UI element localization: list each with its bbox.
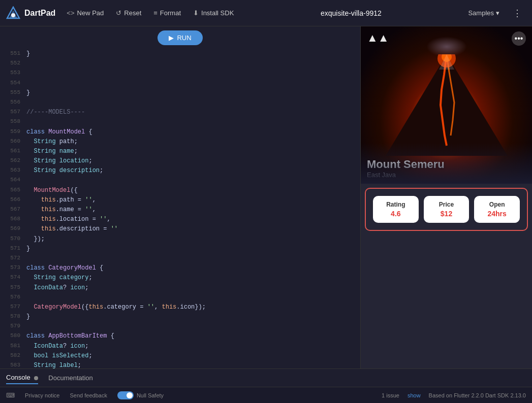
svg-point-2 — [11, 13, 15, 17]
code-line: 559class MountModel { — [4, 127, 360, 137]
line-number: 564 — [4, 176, 20, 185]
privacy-label: Privacy notice — [25, 392, 59, 398]
keyboard-status[interactable]: ⌨ — [6, 392, 15, 399]
code-line: 581 IconData? icon; — [4, 342, 360, 351]
send-feedback[interactable]: Send feedback — [70, 392, 107, 398]
code-token: '' — [85, 206, 92, 213]
code-token: String — [34, 362, 55, 368]
code-line: 579 — [4, 322, 360, 331]
code-token — [26, 187, 34, 194]
samples-label: Samples — [468, 9, 494, 17]
code-line: 565 MountModel({ — [4, 186, 360, 195]
line-number: 554 — [4, 79, 20, 88]
code-editor[interactable]: 551}552 553 554 555}556 557//----MODELS-… — [0, 49, 360, 368]
card-label: Open — [489, 201, 505, 208]
reset-icon: ↺ — [116, 9, 121, 17]
toggle-switch[interactable] — [117, 391, 134, 399]
code-token: CategoryModel — [34, 304, 81, 311]
code-token: ? — [63, 284, 70, 291]
line-content — [26, 176, 360, 185]
code-token — [26, 157, 34, 164]
code-token: String — [34, 274, 55, 281]
code-token — [26, 304, 34, 311]
line-number: 557 — [4, 108, 20, 117]
info-card: Rating4.6 — [373, 196, 419, 223]
show-issues-link[interactable]: show — [408, 392, 421, 398]
code-token — [26, 148, 34, 155]
line-number: 562 — [4, 156, 20, 166]
code-token: ({ — [70, 187, 77, 194]
line-content: this.name = '', — [26, 205, 360, 215]
sdk-version: Based on Flutter 2.2.0 Dart SDK 2.13.0 — [429, 392, 526, 398]
new-pad-label: New Pad — [77, 9, 104, 17]
install-icon: ⬇ — [193, 9, 199, 17]
line-content: //----MODELS---- — [26, 108, 360, 117]
samples-chevron-icon: ▾ — [496, 9, 499, 17]
code-token — [26, 284, 34, 291]
reset-button[interactable]: ↺ Reset — [111, 6, 146, 20]
code-token: name — [59, 148, 74, 155]
line-number: 583 — [4, 361, 20, 368]
code-line: 552 — [4, 59, 360, 69]
card-value: 24hrs — [488, 210, 507, 218]
line-content: String name; — [26, 147, 360, 156]
line-number: 571 — [4, 244, 20, 254]
console-tab-label: Console — [6, 374, 30, 381]
code-token — [26, 343, 34, 350]
more-options-button[interactable]: ⋮ — [509, 6, 526, 21]
format-button[interactable]: ≡ Format — [148, 6, 186, 20]
run-button[interactable]: ▶ RUN — [158, 30, 202, 45]
code-token: IconData — [34, 284, 63, 291]
preview-more-icon: ••• — [515, 34, 523, 43]
code-token: path; — [56, 138, 78, 145]
code-token: , — [154, 304, 162, 311]
line-number: 582 — [4, 351, 20, 361]
new-pad-button[interactable]: <> New Pad — [61, 6, 109, 20]
image-fade-overlay — [361, 143, 532, 184]
code-token: description — [59, 167, 100, 174]
run-label: RUN — [177, 34, 191, 42]
install-sdk-button[interactable]: ⬇ Install SDK — [188, 6, 239, 20]
code-line: 572 — [4, 254, 360, 263]
line-content: this.description = '' — [26, 224, 360, 234]
null-safety-toggle[interactable]: Null Safety — [117, 391, 164, 399]
line-content: bool isSelected; — [26, 351, 360, 361]
card-value: 4.6 — [391, 210, 400, 218]
line-number: 577 — [4, 303, 20, 312]
toggle-knob — [127, 392, 133, 398]
code-token: ; — [85, 284, 88, 291]
code-line: 570 }); — [4, 234, 360, 244]
documentation-tab-label: Documentation — [48, 374, 92, 382]
samples-button[interactable]: Samples ▾ — [463, 6, 505, 20]
code-token: class — [26, 128, 48, 136]
tab-documentation[interactable]: Documentation — [48, 372, 92, 384]
code-token — [26, 138, 34, 145]
preview-more-button[interactable]: ••• — [512, 31, 526, 46]
privacy-notice[interactable]: Privacy notice — [25, 392, 59, 398]
preview-header: ▲▲ ••• — [361, 31, 532, 46]
code-line: 569 this.description = '' — [4, 224, 360, 234]
code-token: this — [41, 196, 56, 204]
line-content: } — [26, 88, 360, 98]
card-value: $12 — [441, 210, 452, 218]
dartpad-logo-icon — [6, 6, 20, 20]
code-token: ({ — [81, 304, 88, 311]
code-token — [26, 352, 34, 359]
tab-console[interactable]: Console — [6, 372, 38, 384]
editor-panel: ▶ RUN 551}552 553 554 555}556 557//----M… — [0, 26, 361, 368]
code-line: 561 String name; — [4, 147, 360, 156]
code-token: String — [34, 167, 55, 174]
code-token: MountModel — [48, 128, 85, 136]
code-line: 575 IconData? icon; — [4, 283, 360, 293]
line-content: String label; — [26, 361, 360, 368]
code-line: 582 bool isSelected; — [4, 351, 360, 361]
line-number: 574 — [4, 273, 20, 283]
line-number: 572 — [4, 254, 20, 263]
code-line: 577 CategoryModel({this.category = '', t… — [4, 303, 360, 312]
code-token: ; — [74, 148, 78, 155]
code-token: , — [107, 216, 110, 223]
line-content: } — [26, 312, 360, 322]
line-content — [26, 59, 360, 69]
line-content: String location; — [26, 156, 360, 166]
line-content: class MountModel { — [26, 127, 360, 137]
